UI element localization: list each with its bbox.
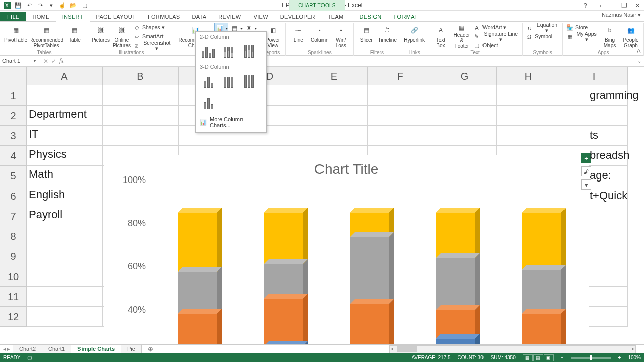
dd-more-charts[interactable]: 📊More Column Charts... bbox=[196, 113, 266, 130]
view-page-layout-icon[interactable]: ▤ bbox=[533, 354, 543, 361]
signin-label[interactable]: Nazmus Nasir ▾ bbox=[602, 12, 641, 18]
dd-stacked100-2d[interactable] bbox=[240, 43, 257, 60]
sheet-tab-chart1[interactable]: Chart1 bbox=[42, 345, 71, 354]
col-header-E[interactable]: E bbox=[300, 67, 368, 85]
tab-view[interactable]: VIEW bbox=[248, 12, 274, 21]
shapes-button[interactable]: ◇Shapes ▾ bbox=[133, 23, 172, 31]
zoom-in-icon[interactable]: + bbox=[618, 355, 621, 360]
macro-record-icon[interactable]: ▢ bbox=[27, 355, 32, 360]
col-header-A[interactable]: A bbox=[27, 67, 103, 85]
sheet-nav-last-icon[interactable]: ▸ bbox=[7, 346, 10, 352]
people-graph-button[interactable]: 👥People Graph bbox=[621, 23, 640, 49]
sparkline-winloss-button[interactable]: ▪Win/ Loss bbox=[331, 23, 350, 49]
tab-formulas[interactable]: FORMULAS bbox=[142, 12, 186, 21]
select-all-corner[interactable] bbox=[0, 67, 27, 85]
open-icon[interactable]: 📂 bbox=[68, 1, 78, 10]
col-header-H[interactable]: H bbox=[497, 67, 560, 85]
header-footer-button[interactable]: ▦Header & Footer bbox=[452, 23, 471, 49]
row-header-6[interactable]: 6 bbox=[0, 186, 27, 206]
tab-insert[interactable]: INSERT bbox=[56, 12, 90, 22]
textbox-button[interactable]: AText Box bbox=[431, 23, 450, 49]
sheet-nav-first-icon[interactable]: ◂ bbox=[3, 346, 6, 352]
tab-format[interactable]: FORMAT bbox=[388, 12, 424, 21]
view-page-break-icon[interactable]: ▣ bbox=[544, 354, 554, 361]
zoom-level[interactable]: 100% bbox=[628, 355, 641, 360]
row-header-10[interactable]: 10 bbox=[0, 266, 27, 287]
row-header-8[interactable]: 8 bbox=[0, 226, 27, 246]
cell-A9[interactable] bbox=[27, 246, 102, 266]
hyperlink-button[interactable]: 🔗Hyperlink bbox=[404, 23, 425, 49]
redo-icon[interactable]: ↷ bbox=[35, 1, 45, 10]
dd-stacked-2d[interactable] bbox=[220, 43, 237, 60]
bar-it[interactable] bbox=[178, 213, 217, 362]
object-button[interactable]: ▢Object bbox=[473, 41, 519, 49]
tab-review[interactable]: REVIEW bbox=[212, 12, 247, 21]
cell-A7[interactable]: Payroll bbox=[27, 206, 102, 226]
row-header-3[interactable]: 3 bbox=[0, 126, 27, 146]
zoom-out-icon[interactable]: − bbox=[561, 355, 564, 360]
tab-home[interactable]: HOME bbox=[26, 12, 55, 21]
signature-button[interactable]: ✎Signature Line ▾ bbox=[473, 32, 519, 40]
dd-3d-column[interactable] bbox=[200, 94, 217, 111]
col-header-B[interactable]: B bbox=[103, 67, 179, 85]
wordart-button[interactable]: AWordArt ▾ bbox=[473, 23, 519, 31]
qat-more-icon[interactable]: ▾ bbox=[46, 1, 56, 10]
col-header-G[interactable]: G bbox=[433, 67, 497, 85]
save-icon[interactable]: 💾 bbox=[13, 1, 23, 10]
bar-payroll[interactable] bbox=[522, 213, 561, 362]
tab-page-layout[interactable]: PAGE LAYOUT bbox=[90, 12, 142, 21]
pictures-button[interactable]: 🖼Pictures bbox=[91, 23, 110, 49]
row-header-5[interactable]: 5 bbox=[0, 166, 27, 186]
row-header-4[interactable]: 4 bbox=[0, 146, 27, 166]
dd-clustered-3d[interactable] bbox=[200, 73, 217, 90]
enter-formula-icon[interactable]: ✓ bbox=[51, 58, 56, 65]
restore-icon[interactable]: ❐ bbox=[619, 1, 630, 10]
tab-data[interactable]: DATA bbox=[186, 12, 212, 21]
cell-A5[interactable]: Math bbox=[27, 166, 102, 186]
dd-stacked-3d[interactable] bbox=[220, 73, 237, 90]
cell-A11[interactable] bbox=[27, 287, 102, 307]
zoom-slider[interactable] bbox=[571, 357, 611, 359]
dd-stacked100-3d[interactable] bbox=[240, 73, 257, 90]
new-icon[interactable]: ▢ bbox=[79, 1, 90, 10]
screenshot-button[interactable]: ⎚Screenshot ▾ bbox=[133, 41, 172, 49]
timeline-button[interactable]: ⏱Timeline bbox=[378, 23, 397, 49]
name-box[interactable]: Chart 1▼ bbox=[0, 56, 39, 66]
tab-file[interactable]: FILE bbox=[0, 12, 26, 21]
col-header-F[interactable]: F bbox=[368, 67, 433, 85]
tab-team[interactable]: Team bbox=[321, 12, 350, 21]
sparkline-column-button[interactable]: ▪Column bbox=[310, 23, 329, 49]
store-button[interactable]: 🏪Store bbox=[566, 23, 598, 31]
expand-formula-bar-icon[interactable]: ⌄ bbox=[635, 58, 644, 64]
close-icon[interactable]: ✕ bbox=[632, 1, 643, 10]
row-header-1[interactable]: 1 bbox=[0, 85, 27, 106]
slicer-button[interactable]: ▤Slicer bbox=[357, 23, 376, 49]
cell-A6[interactable]: English bbox=[27, 186, 102, 206]
sheet-tab-simple-charts[interactable]: Simple Charts bbox=[71, 345, 121, 354]
row-header-7[interactable]: 7 bbox=[0, 206, 27, 226]
cell-A8[interactable] bbox=[27, 226, 102, 246]
worksheet-grid[interactable]: ABCDEFGHI 123456789101112 DepartmentITPh… bbox=[0, 67, 644, 344]
minimize-icon[interactable]: — bbox=[606, 1, 617, 10]
chart-plot-area[interactable]: 0%20%40%60%80%100% ITPhysicsMathEnglishP… bbox=[124, 191, 584, 362]
ribbon-options-icon[interactable]: ▭ bbox=[593, 1, 604, 10]
add-sheet-button[interactable]: ⊕ bbox=[142, 344, 159, 354]
cell-A3[interactable]: IT bbox=[27, 126, 102, 146]
excel-icon[interactable]: X bbox=[2, 1, 12, 10]
view-normal-icon[interactable]: ▦ bbox=[523, 354, 533, 361]
row-header-12[interactable]: 12 bbox=[0, 307, 27, 327]
fx-icon[interactable]: fx bbox=[59, 57, 64, 65]
row-header-11[interactable]: 11 bbox=[0, 287, 27, 307]
cancel-formula-icon[interactable]: ✕ bbox=[43, 58, 48, 65]
cell-A2[interactable]: Department bbox=[27, 106, 102, 126]
horizontal-scrollbar[interactable]: ◂ ▸ bbox=[389, 345, 636, 353]
tab-developer[interactable]: DEVELOPER bbox=[274, 12, 321, 21]
cell-A10[interactable] bbox=[27, 266, 102, 287]
col-header-I[interactable]: I bbox=[560, 67, 628, 85]
sheet-tab-chart2[interactable]: Chart2 bbox=[13, 345, 42, 354]
dd-clustered-2d[interactable] bbox=[200, 43, 217, 60]
smartart-button[interactable]: ▱SmartArt bbox=[133, 32, 172, 40]
cell-A4[interactable]: Physics bbox=[27, 146, 102, 166]
my-apps-button[interactable]: ▦My Apps ▾ bbox=[566, 32, 598, 40]
scrollbar-thumb[interactable] bbox=[397, 346, 417, 352]
